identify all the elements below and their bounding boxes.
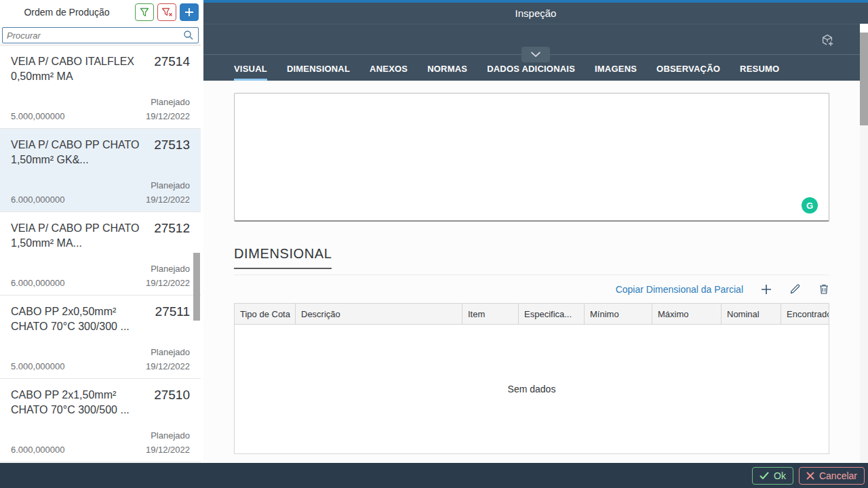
dimensional-table-header: Tipo de Cota Descrição Item Especifica..…	[235, 304, 829, 325]
dimensional-table: Tipo de Cota Descrição Item Especifica..…	[234, 303, 829, 454]
order-list-item[interactable]: CABO PP 2x0,50mm² CHATO 70°C 300/300 ...…	[0, 296, 201, 379]
add-product-icon	[820, 33, 835, 47]
trash-icon	[818, 283, 829, 295]
grammarly-icon[interactable]: G	[802, 197, 818, 214]
tab-resumo[interactable]: RESUMO	[740, 64, 779, 81]
column-header[interactable]: Especifica...	[519, 304, 585, 324]
sidebar-scrollbar-thumb[interactable]	[193, 253, 200, 321]
scrollbar-cap	[860, 24, 868, 33]
search-field[interactable]	[2, 27, 199, 43]
tab-imagens[interactable]: IMAGENS	[595, 64, 637, 81]
dimensional-toolbar: Copiar Dimensional da Parcial	[234, 274, 829, 303]
action-footer: Ok Cancelar	[0, 463, 868, 488]
delete-row-button[interactable]	[818, 283, 829, 295]
order-number: 27511	[155, 304, 190, 334]
order-date: 19/12/2022	[146, 111, 190, 121]
funnel-icon	[139, 7, 150, 18]
page-title: Inspeção	[515, 7, 557, 19]
sidebar-header: Ordem de Produção	[0, 0, 201, 24]
order-list-item-selected[interactable]: VEIA P/ CABO PP CHATO 1,50mm² GK&... 275…	[0, 129, 201, 212]
clear-filter-button[interactable]	[157, 3, 176, 21]
order-number: 27514	[154, 54, 190, 84]
panel-header: Inspeção	[203, 3, 868, 24]
column-header[interactable]: Encontrado Mín.	[781, 304, 829, 324]
order-quantity: 6.000,000000	[11, 445, 65, 455]
order-date: 19/12/2022	[146, 361, 190, 371]
tab-normas[interactable]: NORMAS	[427, 64, 467, 81]
ok-button[interactable]: Ok	[752, 467, 793, 485]
order-title: CABO PP 2x0,50mm² CHATO 70°C 300/300 ...	[11, 304, 155, 334]
column-header[interactable]: Tipo de Cota	[235, 304, 296, 324]
add-order-button[interactable]	[180, 3, 199, 21]
page-scrollbar-thumb[interactable]	[860, 33, 868, 125]
cancel-button[interactable]: Cancelar	[799, 467, 865, 485]
order-number: 27510	[154, 388, 190, 418]
search-input[interactable]	[7, 30, 183, 41]
add-row-button[interactable]	[761, 284, 772, 295]
ok-label: Ok	[774, 470, 786, 481]
order-status: Planejado	[11, 347, 190, 357]
add-product-button[interactable]	[819, 32, 835, 48]
column-header[interactable]: Item	[462, 304, 519, 324]
order-status: Planejado	[11, 264, 190, 274]
edit-row-button[interactable]	[789, 283, 801, 295]
tab-visual[interactable]: VISUAL	[234, 64, 267, 81]
production-orders-sidebar: Ordem de Produção	[0, 0, 201, 463]
order-quantity: 5.000,000000	[11, 361, 65, 371]
search-icon[interactable]	[183, 30, 194, 41]
pencil-icon	[789, 283, 801, 295]
tab-anexos[interactable]: ANEXOS	[370, 64, 408, 81]
check-icon	[760, 472, 769, 480]
dimensional-section-title: DIMENSIONAL	[234, 246, 332, 269]
inspection-app: Ordem de Produção	[0, 0, 868, 488]
order-number: 27512	[154, 221, 190, 251]
tab-content: G DIMENSIONAL Copiar Dimensional da Parc…	[203, 81, 868, 463]
column-header[interactable]: Nominal	[722, 304, 781, 324]
search-wrap	[0, 24, 201, 45]
tab-observacao[interactable]: OBSERVAÇÃO	[656, 64, 720, 81]
column-header[interactable]: Descrição	[296, 304, 462, 324]
order-quantity: 6.000,000000	[11, 195, 65, 205]
funnel-x-icon	[161, 7, 173, 18]
dimensional-table-body: Sem dados	[235, 325, 829, 453]
empty-state-text: Sem dados	[508, 384, 556, 394]
column-header[interactable]: Máximo	[652, 304, 722, 324]
page-scrollbar[interactable]	[860, 24, 868, 463]
tab-dimensional[interactable]: DIMENSIONAL	[287, 64, 350, 81]
plus-icon	[184, 7, 194, 17]
order-status: Planejado	[11, 180, 190, 190]
order-quantity: 5.000,000000	[11, 111, 65, 121]
order-title: VEIA P/ CABO ITALFLEX 0,50mm² MA	[11, 54, 154, 84]
filter-button[interactable]	[135, 3, 154, 21]
order-title: VEIA P/ CABO PP CHATO 1,50mm² MA...	[11, 221, 154, 251]
order-status: Planejado	[11, 430, 190, 441]
order-number: 27513	[154, 138, 190, 167]
sidebar-title: Ordem de Produção	[2, 7, 132, 18]
cancel-label: Cancelar	[819, 470, 857, 481]
order-list-item[interactable]: VEIA P/ CABO ITALFLEX 0,50mm² MA 27514 P…	[0, 45, 201, 129]
visual-text-area[interactable]: G	[234, 93, 829, 222]
production-order-list: VEIA P/ CABO ITALFLEX 0,50mm² MA 27514 P…	[0, 45, 201, 463]
order-title: VEIA P/ CABO PP CHATO 1,50mm² GK&...	[11, 138, 154, 167]
inspection-panel: Inspeção VISUAL DIMENSIONAL ANEXOS	[203, 0, 868, 463]
tab-bar: VISUAL DIMENSIONAL ANEXOS NORMAS DADOS A…	[203, 54, 868, 81]
order-list-item[interactable]: VEIA P/ CABO PP CHATO 1,50mm² MA... 2751…	[0, 212, 201, 296]
order-title: CABO PP 2x1,50mm² CHATO 70°C 300/500 ...	[11, 388, 154, 418]
column-header[interactable]: Mínimo	[585, 304, 652, 324]
order-status: Planejado	[11, 97, 190, 107]
tab-dados-adicionais[interactable]: DADOS ADICIONAIS	[487, 64, 575, 81]
x-icon	[806, 472, 814, 480]
order-date: 19/12/2022	[146, 195, 190, 205]
order-quantity: 6.000,000000	[11, 278, 65, 288]
copy-dimensional-link[interactable]: Copiar Dimensional da Parcial	[616, 284, 743, 295]
order-list-item[interactable]: CABO PP 2x1,50mm² CHATO 70°C 300/500 ...…	[0, 379, 201, 462]
collapse-header-button[interactable]	[521, 47, 550, 62]
order-date: 19/12/2022	[146, 278, 190, 288]
chevron-down-icon	[530, 52, 541, 58]
plus-icon	[761, 284, 772, 295]
body-row: Ordem de Produção	[0, 0, 868, 463]
order-date: 19/12/2022	[146, 445, 190, 455]
